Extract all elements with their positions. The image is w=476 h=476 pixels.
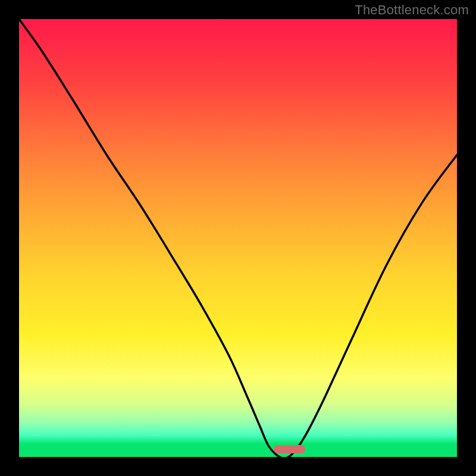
chart-stage: TheBottleneck.com	[0, 0, 476, 476]
bottleneck-curve	[19, 19, 457, 457]
optimal-range-marker	[274, 445, 305, 453]
plot-area	[19, 19, 457, 457]
watermark-text: TheBottleneck.com	[355, 2, 469, 18]
